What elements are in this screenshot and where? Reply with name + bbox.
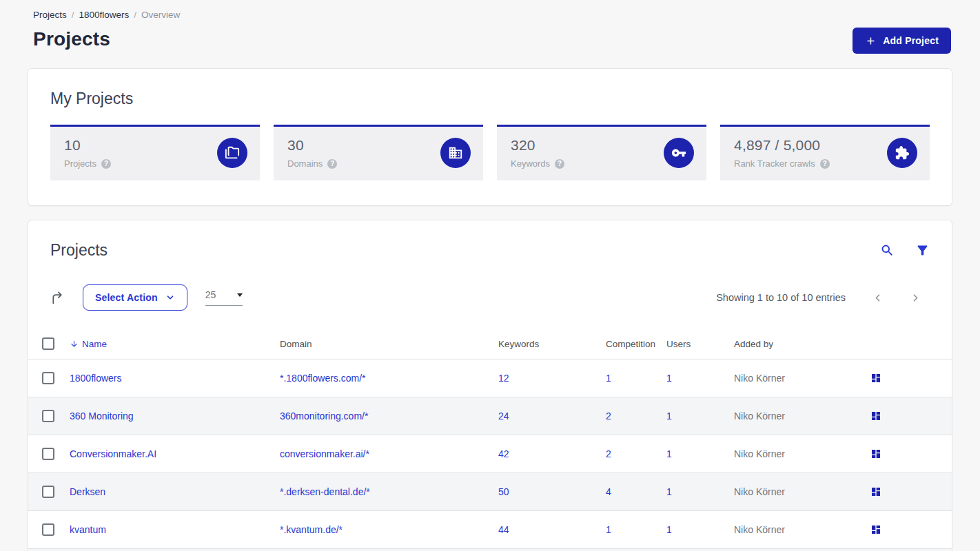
table-row: Derksen *.derksen-dental.de/* 50 4 1 Nik… [28,473,952,511]
project-name-link[interactable]: 1800flowers [70,373,122,384]
added-by: Niko Körner [734,410,870,422]
keywords-count[interactable]: 24 [498,410,509,422]
my-projects-card: My Projects 10 Projects ? 30 Domains ? [28,68,952,206]
plus-icon [865,35,877,47]
stat-value: 320 [511,137,564,154]
competition-count[interactable]: 1 [606,524,611,535]
column-header-keywords[interactable]: Keywords [498,339,606,349]
stat-label: Rank Tracker crawls [734,158,815,169]
select-action-label: Select Action [95,292,158,303]
project-name-link[interactable]: Derksen [70,486,105,497]
keywords-count[interactable]: 50 [498,486,509,497]
filter-icon[interactable] [915,243,930,258]
competition-count[interactable]: 2 [606,410,611,422]
breadcrumb-1800flowers[interactable]: 1800flowers [79,10,130,20]
select-all-checkbox[interactable] [42,337,54,350]
project-name-link[interactable]: 360 Monitoring [70,410,134,422]
page-size-select[interactable]: 25 [205,289,243,306]
keywords-count[interactable]: 44 [498,524,509,535]
chevron-down-icon [165,293,175,302]
row-checkbox[interactable] [42,448,54,460]
stat-card-projects[interactable]: 10 Projects ? [50,125,260,180]
project-domain-link[interactable]: conversionmaker.ai/* [280,448,369,459]
project-name-link[interactable]: kvantum [70,524,106,535]
stat-value: 30 [287,137,337,154]
select-action-dropdown[interactable]: Select Action [83,284,187,311]
column-header-competition[interactable]: Competition [606,339,666,349]
project-name-link[interactable]: Conversionmaker.AI [70,448,156,459]
users-count[interactable]: 1 [666,486,672,497]
added-by: Niko Körner [734,524,870,535]
next-page-icon[interactable] [901,292,930,304]
stat-card-keywords[interactable]: 320 Keywords ? [497,125,706,180]
keywords-count[interactable]: 42 [498,448,509,459]
table-row: kvantum *.kvantum.de/* 44 1 1 Niko Körne… [28,511,952,549]
users-count[interactable]: 1 [666,410,672,422]
stat-card-rank-tracker-crawls[interactable]: 4,897 / 5,000 Rank Tracker crawls ? [720,125,930,180]
sort-down-icon [70,340,79,349]
page-title: Projects [33,28,947,50]
project-domain-link[interactable]: *.kvantum.de/* [280,524,343,535]
add-project-button[interactable]: Add Project [853,28,951,54]
folders-icon [217,138,247,168]
dashboard-icon[interactable] [870,524,881,535]
column-header-users[interactable]: Users [666,339,734,349]
page-size-value: 25 [205,289,216,300]
projects-table: Name Domain Keywords Competition Users A… [28,329,952,551]
breadcrumb-overview: Overview [141,10,180,20]
dashboard-icon[interactable] [870,373,881,384]
previous-page-icon[interactable] [864,292,892,304]
keywords-count[interactable]: 12 [498,373,509,384]
stat-label: Projects [64,158,96,169]
help-icon[interactable]: ? [820,159,830,169]
table-row: Conversionmaker.AI conversionmaker.ai/* … [28,435,952,473]
my-projects-title: My Projects [50,90,930,108]
projects-panel: Projects Select Action 25 Showing 1 to 1… [28,220,952,551]
project-domain-link[interactable]: 360monitoring.com/* [280,410,368,422]
users-count[interactable]: 1 [666,373,672,384]
row-checkbox[interactable] [42,523,54,536]
page-header: Projects / 1800flowers / Overview Projec… [0,0,980,50]
competition-count[interactable]: 2 [606,448,611,459]
row-checkbox[interactable] [42,486,54,498]
users-count[interactable]: 1 [666,448,672,459]
competition-count[interactable]: 4 [606,486,611,497]
dashboard-icon[interactable] [870,448,881,459]
column-header-domain[interactable]: Domain [280,339,498,349]
added-by: Niko Körner [734,486,870,497]
users-count[interactable]: 1 [666,524,672,535]
project-domain-link[interactable]: *.derksen-dental.de/* [280,486,370,497]
stat-value: 4,897 / 5,000 [734,137,830,154]
stats-grid: 10 Projects ? 30 Domains ? [50,125,930,180]
stat-label: Domains [287,158,323,169]
stat-card-domains[interactable]: 30 Domains ? [274,125,483,180]
breadcrumb: Projects / 1800flowers / Overview [33,10,947,20]
row-checkbox[interactable] [42,372,54,384]
column-header-name[interactable]: Name [70,339,280,349]
table-row: 360 Monitoring 360monitoring.com/* 24 2 … [28,397,952,435]
column-header-added-by[interactable]: Added by [734,339,870,349]
breadcrumb-separator: / [134,10,136,20]
stat-label: Keywords [511,158,550,169]
export-arrow-icon[interactable] [50,291,65,305]
row-checkbox[interactable] [42,410,54,422]
caret-down-icon [237,293,243,297]
puzzle-icon [887,138,917,168]
dashboard-icon[interactable] [870,486,881,497]
breadcrumb-separator: / [72,10,74,20]
help-icon[interactable]: ? [327,159,337,169]
help-icon[interactable]: ? [555,159,564,169]
key-icon [664,138,694,168]
stat-value: 10 [64,137,111,154]
competition-count[interactable]: 1 [606,373,611,384]
building-icon [440,138,471,168]
search-icon[interactable] [880,243,895,258]
breadcrumb-projects[interactable]: Projects [33,10,67,20]
help-icon[interactable]: ? [101,159,111,169]
table-controls: Select Action 25 Showing 1 to 10 of 10 e… [50,284,930,311]
added-by: Niko Körner [734,373,870,384]
project-domain-link[interactable]: *.1800flowers.com/* [280,373,366,384]
add-project-label: Add Project [883,35,939,46]
dashboard-icon[interactable] [870,410,881,422]
added-by: Niko Körner [734,448,870,459]
